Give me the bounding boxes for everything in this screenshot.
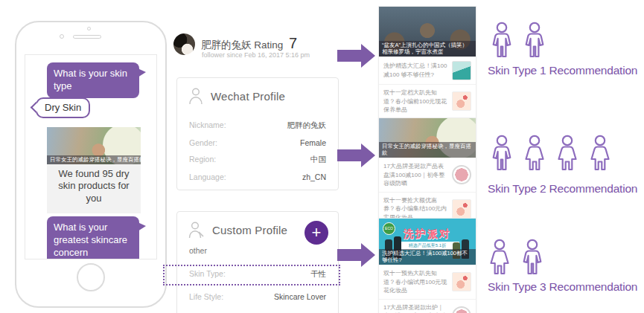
audience-icons-skin-type-3 [487, 239, 545, 276]
skin-type-3-label: Skin Type 3 Recommendation [488, 280, 637, 294]
user-nickname: 肥胖的兔妖 [201, 39, 252, 51]
flow-arrow-icon [337, 43, 376, 68]
product-card-image-caption: 日常女王的减龄穿搭秘诀，显瘦百搭款 [47, 155, 141, 164]
follower-since-text: follower since Feb 16, 2017 5:16 pm [202, 51, 310, 59]
add-custom-field-button[interactable]: + [305, 221, 328, 245]
male-person-icon [489, 22, 514, 59]
bubble-tail [138, 68, 146, 77]
phone-speaker [73, 35, 101, 39]
female-person-icon [487, 239, 512, 276]
bot-message-bubble: What is your skin type [47, 62, 139, 98]
recommendation-card-3: ECO 洗护派对 精选产品低至5.1折 洗护精选大汇总！满100减100都不够任… [378, 218, 476, 313]
article-headline: 洗护精选大汇总！满100减100都不够任性? [379, 249, 476, 265]
profile-field-gender: Gender: Female [177, 135, 338, 151]
wechat-profile-title: Wechat Profile [211, 90, 285, 103]
article-list-item[interactable]: 洗护精选大汇总！满100减100 够不够任性? [379, 57, 476, 84]
male-person-icon [522, 22, 547, 59]
custom-profile-panel: Custom Profile + other Skin Type: 干性 Lif… [176, 211, 339, 313]
product-card-text: We found 95 dry skin products for you [47, 164, 141, 213]
skin-type-2-label: Skin Type 2 Recommendation [488, 182, 637, 196]
rating-value: 7 [289, 35, 297, 51]
article-list-item[interactable]: 17大品牌圣诞款产品表盘满100减100｜初冬整容级防晒 [379, 158, 476, 192]
female-person-icon [587, 135, 613, 172]
article-thumbnail [452, 165, 471, 184]
article-hero-image[interactable]: 日常女王的减龄穿搭秘诀，显瘦百搭款 [379, 118, 476, 158]
person-icon [188, 88, 203, 105]
wechat-profile-panel: Wechat Profile Nickname: 肥胖的兔妖 Gender: F… [176, 77, 339, 190]
phone-sensor-dot [87, 27, 91, 30]
phone-mockup: What is your skin type Dry Skin 日常女王的减龄穿… [15, 21, 167, 308]
article-thumbnail [452, 306, 471, 313]
product-card-image: 日常女王的减龄穿搭秘诀，显瘦百搭款 [47, 127, 141, 164]
audience-icons-skin-type-2 [489, 135, 613, 172]
article-thumbnail [452, 61, 471, 80]
male-person-icon [489, 135, 514, 172]
bot-message-bubble: What is your greatest skincare concern [47, 216, 139, 259]
article-thumbnail [452, 91, 471, 111]
skin-type-1-label: Skin Type 1 Recommendation [488, 64, 637, 77]
profile-field-life-style: Life Style: Skincare Lover [177, 285, 338, 305]
article-headline: 日常女王的减龄穿搭秘诀，显瘦百搭款 [379, 142, 476, 158]
phone-home-button[interactable] [77, 263, 105, 291]
audience-icons-skin-type-1 [489, 22, 547, 59]
flow-arrow-icon [337, 143, 376, 168]
skincare-chatbot-diagram: What is your skin type Dry Skin 日常女王的减龄穿… [0, 0, 644, 313]
article-list-item[interactable]: 双十一定档大趴先知道？春小编前100元现花保养单品 [379, 84, 476, 118]
profile-field-language: Language: zh_CN [177, 169, 338, 185]
chat-product-card[interactable]: 日常女王的减龄穿搭秘诀，显瘦百搭款 We found 95 dry skin p… [47, 127, 141, 213]
custom-profile-title: Custom Profile [212, 224, 287, 236]
flow-arrow-icon [337, 242, 376, 268]
article-headline: “盆友A”上演扎心的中国式（搞笑）相亲修罗场，宇宙水煮蛋 [379, 41, 476, 57]
female-person-icon [555, 135, 580, 172]
profile-field-skin-type: Skin Type: 干性 [177, 262, 338, 285]
rating-label: Rating [254, 39, 283, 51]
male-person-icon [520, 239, 545, 276]
article-list-item[interactable]: 双十一预热大趴先知道？春小编试用100元现花化妆品 [379, 265, 476, 299]
recommendation-card-2: 日常女王的减龄穿搭秘诀，显瘦百搭款 17大品牌圣诞款产品表盘满100减100｜初… [378, 117, 476, 227]
profile-field-region: Region: 中国 [177, 151, 338, 169]
person-edit-icon [188, 222, 205, 239]
article-list-item[interactable]: 17大品牌圣诞款出炉｜先发满100减100 初冬防晒大起底 [379, 299, 476, 313]
article-hero-image[interactable]: “盆友A”上演扎心的中国式（搞笑）相亲修罗场，宇宙水煮蛋 [379, 7, 476, 57]
user-name-line: 肥胖的兔妖 Rating 7 [201, 35, 297, 52]
article-thumbnail [452, 199, 471, 219]
avatar [173, 33, 195, 55]
user-message-bubble: Dry Skin [36, 97, 90, 118]
article-hero-image[interactable]: ECO 洗护派对 精选产品低至5.1折 洗护精选大汇总！满100减100都不够任… [379, 219, 476, 265]
profile-field-nickname: Nickname: 肥胖的兔妖 [177, 117, 338, 135]
female-person-icon [522, 135, 547, 172]
phone-camera [60, 34, 64, 39]
article-thumbnail [452, 272, 471, 291]
bubble-tail [138, 222, 146, 231]
recommendation-card-1: “盆友A”上演扎心的中国式（搞笑）相亲修罗场，宇宙水煮蛋 洗护精选大汇总！满10… [378, 6, 476, 119]
bubble-tail [31, 102, 42, 114]
chat-screen: What is your skin type Dry Skin 日常女王的减龄穿… [25, 54, 157, 259]
custom-group-label: other [177, 243, 338, 256]
